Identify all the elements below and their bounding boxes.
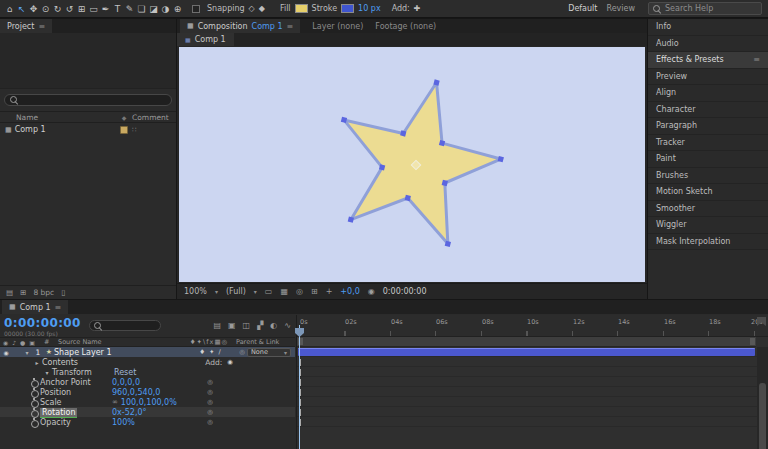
hand-tool-icon[interactable]: ✥	[28, 2, 39, 16]
stopwatch-icon[interactable]	[30, 397, 39, 407]
project-search-input[interactable]	[4, 94, 172, 106]
property-value[interactable]: 100,0,100,0%	[121, 398, 177, 407]
property-value[interactable]: 0,0,0,0	[112, 378, 183, 387]
add-shape-icon[interactable]: ✚	[414, 4, 421, 13]
panel-tracker[interactable]: Tracker	[648, 135, 768, 152]
property-value[interactable]: 100%	[112, 418, 183, 427]
property-name[interactable]: Scale	[40, 398, 112, 407]
tab-layer[interactable]: Layer (none)	[312, 19, 363, 33]
rotation-track-row[interactable]	[297, 407, 768, 417]
project-item-comp1[interactable]: ▦ Comp 1 ∷	[0, 123, 176, 136]
current-time-indicator-head[interactable]	[295, 328, 304, 337]
current-timecode[interactable]: 0:00:00:00	[4, 317, 81, 329]
timeline-scrollbar-track[interactable]	[757, 347, 768, 449]
parent-pickwhip-icon[interactable]: ◎	[237, 348, 247, 356]
type-tool-icon[interactable]: T	[112, 2, 123, 16]
label-color-chip[interactable]	[120, 126, 128, 134]
property-row-rotation[interactable]: Rotation 0x-52,0° ◎	[0, 407, 295, 417]
hide-shy-layers-icon[interactable]: ◫	[243, 321, 251, 330]
motion-blur-icon[interactable]: ◐	[270, 321, 277, 330]
frame-blending-icon[interactable]: ▞	[257, 321, 263, 330]
timeline-scrollbar-thumb[interactable]	[759, 383, 766, 449]
transform-twirl-icon[interactable]: ▾	[42, 369, 52, 376]
orbit-camera-tool-icon[interactable]: ↻	[52, 2, 63, 16]
keyframe-toggle-icon[interactable]: ◎	[183, 388, 237, 396]
panel-character[interactable]: Character	[648, 102, 768, 119]
opacity-track-row[interactable]	[297, 417, 768, 427]
home-icon[interactable]: ⌂	[4, 2, 15, 16]
interpret-footage-icon[interactable]: ▤	[6, 288, 13, 297]
panel-effects-presets[interactable]: Effects & Presets ≡	[648, 52, 768, 69]
comp-mini-flowchart-icon[interactable]: ▤	[213, 321, 221, 330]
quality-switch-icon[interactable]: /	[219, 348, 221, 356]
project-bit-depth[interactable]: 8 bpc	[33, 288, 54, 297]
parent-dropdown[interactable]: None ▾	[247, 348, 291, 357]
exposure-value[interactable]: +0,0	[340, 287, 359, 296]
transform-label[interactable]: Transform	[52, 368, 114, 377]
property-name[interactable]: Rotation	[40, 408, 77, 418]
property-row-opacity[interactable]: Opacity 100% ◎	[0, 417, 295, 427]
property-name[interactable]: Opacity	[40, 418, 112, 427]
eraser-tool-icon[interactable]: ◪	[148, 2, 159, 16]
transform-group-row[interactable]: ▾ Transform Reset	[0, 367, 295, 377]
new-folder-icon[interactable]: ⊞	[20, 288, 26, 297]
stroke-width-value[interactable]: 10 px	[358, 4, 381, 13]
layer-visibility-eye-icon[interactable]: ◉	[0, 349, 10, 356]
frame-blend-switch-icon[interactable]: ♦	[199, 348, 205, 356]
property-row-anchor-point[interactable]: Anchor Point 0,0,0,0 ◎	[0, 377, 295, 387]
panel-smoother[interactable]: Smoother	[648, 201, 768, 218]
clone-stamp-tool-icon[interactable]: ❏	[136, 2, 147, 16]
panel-menu-icon[interactable]: ≡	[55, 303, 62, 312]
add-property-button[interactable]: ◉	[227, 358, 233, 367]
tab-composition[interactable]: ▦ Composition Comp 1 ≡	[180, 19, 300, 33]
keyframe-toggle-icon[interactable]: ◎	[183, 378, 237, 386]
viewer-tab-comp1[interactable]: ▦ Comp 1	[177, 33, 234, 46]
rotation-tool-icon[interactable]: ↺	[64, 2, 75, 16]
stopwatch-icon[interactable]	[30, 387, 39, 397]
constrain-proportions-icon[interactable]: ∞	[112, 398, 118, 406]
transform-track-row[interactable]	[297, 367, 768, 377]
composition-canvas[interactable]	[179, 47, 645, 282]
panel-info[interactable]: Info	[648, 19, 768, 36]
keyframe-toggle-icon[interactable]: ◎	[183, 398, 237, 406]
column-name[interactable]: Name	[0, 113, 116, 122]
layer-row-shape-layer-1[interactable]: ◉ ▾ 1 ★ Shape Layer 1 ♦ ✦ / ◎ None ▾	[0, 347, 295, 357]
collapse-switch-icon[interactable]: ✦	[209, 348, 214, 356]
transparency-grid-icon[interactable]: ▦	[280, 287, 288, 296]
roto-brush-tool-icon[interactable]: ◑	[160, 2, 171, 16]
project-item-name[interactable]: Comp 1	[12, 125, 116, 134]
work-area-bar[interactable]	[297, 337, 756, 347]
contents-track-row[interactable]	[297, 357, 768, 367]
property-value[interactable]: 960,0,540,0	[112, 388, 183, 397]
pen-tool-icon[interactable]: ✒	[100, 2, 111, 16]
region-of-interest-icon[interactable]: ▭	[265, 287, 273, 296]
contents-twirl-icon[interactable]: ▸	[32, 359, 42, 366]
tab-project[interactable]: Project ≡	[0, 19, 52, 33]
time-ruler[interactable]: 0s 02s 04s 06s 08s 10s 12s 14s 16s 18s 2…	[297, 315, 768, 337]
snap-along-edges-icon[interactable]: ◇	[249, 4, 255, 13]
layer-name[interactable]: Shape Layer 1	[54, 348, 183, 357]
timeline-search-input[interactable]	[89, 320, 161, 331]
property-row-position[interactable]: Position 960,0,540,0 ◎	[0, 387, 295, 397]
panel-mask-interpolation[interactable]: Mask Interpolation	[648, 234, 768, 251]
tab-footage[interactable]: Footage (none)	[375, 19, 436, 33]
transform-reset-button[interactable]: Reset	[114, 368, 136, 377]
magnification-value[interactable]: 100%	[184, 287, 207, 296]
anchor-point-track-row[interactable]	[297, 377, 768, 387]
brush-tool-icon[interactable]: ✎	[124, 2, 135, 16]
chevron-down-icon[interactable]: ▾	[254, 288, 257, 295]
delete-icon[interactable]: ▯	[61, 288, 65, 297]
layer-twirl-icon[interactable]: ▾	[22, 349, 32, 356]
puppet-pin-tool-icon[interactable]: ⊕	[172, 2, 183, 16]
preview-timecode[interactable]: 0:00:00:00	[383, 287, 427, 296]
zoom-tool-icon[interactable]: ⊙	[40, 2, 51, 16]
stopwatch-icon[interactable]	[30, 377, 39, 387]
timeline-tab-comp1[interactable]: ▦ Comp 1 ≡	[2, 300, 68, 314]
panel-menu-icon[interactable]: ≡	[38, 22, 45, 31]
stopwatch-icon[interactable]	[30, 407, 39, 417]
search-help-input[interactable]: Search Help	[648, 2, 762, 15]
snapshot-camera-icon[interactable]: ◉	[368, 287, 375, 296]
pan-behind-tool-icon[interactable]: ⊞	[76, 2, 87, 16]
column-comment[interactable]: Comment	[132, 113, 176, 122]
current-time-indicator-line[interactable]	[299, 325, 300, 449]
